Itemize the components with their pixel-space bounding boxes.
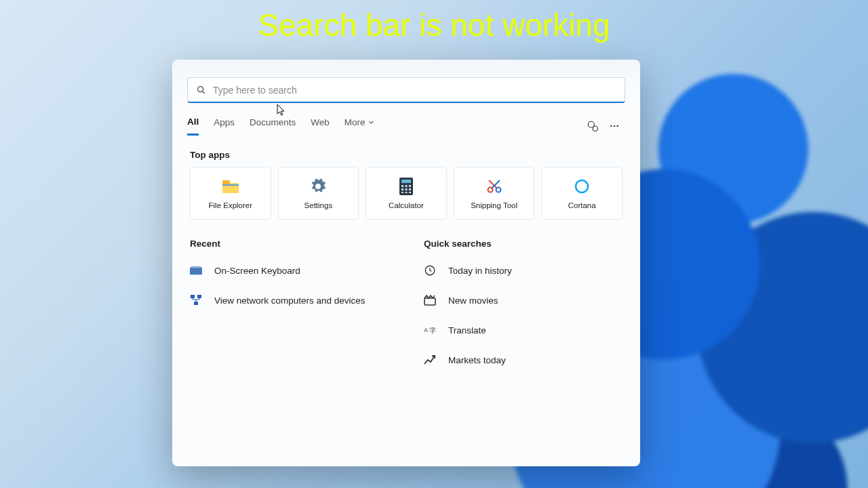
- top-apps-grid: File Explorer Settings Calculator Snippi…: [172, 167, 640, 220]
- quick-item-movies[interactable]: New movies: [424, 285, 623, 315]
- recent-item-network[interactable]: View network computers and devices: [190, 285, 389, 315]
- search-input[interactable]: [213, 85, 616, 96]
- mouse-cursor: [277, 104, 285, 116]
- app-label: Settings: [304, 201, 333, 209]
- svg-rect-30: [194, 302, 198, 305]
- movie-icon: [424, 294, 436, 306]
- account-sync-icon[interactable]: [582, 120, 604, 132]
- section-title-quick: Quick searches: [424, 239, 623, 249]
- calculator-icon: [397, 178, 415, 195]
- tab-apps[interactable]: Apps: [214, 117, 235, 134]
- list-item-label: Translate: [448, 325, 486, 336]
- tab-all[interactable]: All: [187, 117, 199, 136]
- svg-rect-16: [405, 188, 407, 190]
- svg-rect-32: [425, 298, 435, 305]
- list-item-label: View network computers and devices: [214, 296, 366, 306]
- svg-rect-15: [401, 188, 403, 190]
- app-tile-file-explorer[interactable]: File Explorer: [190, 167, 271, 220]
- snipping-tool-icon: [486, 178, 503, 195]
- svg-point-5: [614, 125, 615, 126]
- svg-point-3: [593, 126, 598, 131]
- list-item-label: Markets today: [448, 355, 506, 365]
- app-tile-snipping-tool[interactable]: Snipping Tool: [454, 167, 535, 220]
- tab-web[interactable]: Web: [311, 117, 330, 134]
- search-box[interactable]: [187, 77, 625, 103]
- chevron-down-icon: [368, 119, 374, 125]
- file-explorer-icon: [222, 178, 239, 195]
- quick-item-translate[interactable]: A字 Translate: [424, 315, 623, 345]
- cortana-icon: [573, 178, 591, 195]
- translate-icon: A字: [424, 324, 436, 336]
- annotation-title: Search bar is not working: [0, 7, 868, 43]
- svg-rect-13: [405, 185, 407, 187]
- clock-icon: [424, 264, 436, 277]
- settings-icon: [309, 178, 327, 195]
- quick-searches-column: Quick searches Today in history New movi…: [406, 224, 640, 375]
- app-tile-calculator[interactable]: Calculator: [366, 167, 447, 220]
- more-options-icon[interactable]: [604, 121, 625, 131]
- section-title-recent: Recent: [190, 239, 389, 249]
- svg-rect-29: [197, 295, 201, 298]
- network-icon: [190, 294, 202, 306]
- svg-point-4: [610, 125, 612, 126]
- svg-point-0: [198, 87, 203, 92]
- svg-rect-20: [409, 192, 411, 193]
- app-label: Cortana: [568, 201, 596, 209]
- list-item-label: On-Screen Keyboard: [214, 266, 300, 276]
- svg-rect-8: [222, 180, 230, 184]
- chart-up-icon: [424, 354, 436, 366]
- svg-rect-12: [401, 185, 403, 187]
- svg-rect-27: [191, 266, 201, 268]
- svg-line-1: [203, 92, 205, 94]
- app-label: File Explorer: [209, 201, 253, 209]
- recent-column: Recent On-Screen Keyboard View network c…: [172, 224, 406, 375]
- recent-item-osk[interactable]: On-Screen Keyboard: [190, 256, 389, 285]
- list-item-label: New movies: [448, 296, 498, 306]
- svg-rect-9: [222, 184, 239, 186]
- app-label: Calculator: [389, 201, 424, 209]
- search-icon: [196, 85, 206, 95]
- app-tile-cortana[interactable]: Cortana: [541, 167, 623, 220]
- svg-point-25: [576, 180, 588, 192]
- svg-text:字: 字: [429, 327, 436, 335]
- svg-rect-18: [401, 192, 403, 193]
- app-tile-settings[interactable]: Settings: [278, 167, 359, 220]
- section-title-top-apps: Top apps: [190, 150, 623, 160]
- svg-rect-19: [405, 192, 407, 193]
- quick-item-markets[interactable]: Markets today: [424, 345, 623, 375]
- svg-rect-26: [190, 268, 202, 275]
- search-panel: All Apps Documents Web More Top apps Fil…: [172, 60, 640, 466]
- svg-point-6: [616, 125, 618, 126]
- svg-rect-11: [401, 180, 411, 183]
- app-label: Snipping Tool: [471, 201, 517, 209]
- svg-rect-28: [191, 295, 195, 298]
- tab-more-label: More: [344, 117, 366, 127]
- quick-item-today[interactable]: Today in history: [424, 256, 623, 285]
- list-item-label: Today in history: [448, 266, 512, 276]
- tab-documents[interactable]: Documents: [250, 117, 296, 134]
- svg-rect-17: [409, 188, 411, 190]
- keyboard-icon: [190, 264, 202, 277]
- svg-text:A: A: [424, 327, 428, 333]
- filter-tabs: All Apps Documents Web More: [187, 117, 625, 135]
- tab-more[interactable]: More: [344, 117, 374, 134]
- svg-rect-14: [409, 185, 411, 187]
